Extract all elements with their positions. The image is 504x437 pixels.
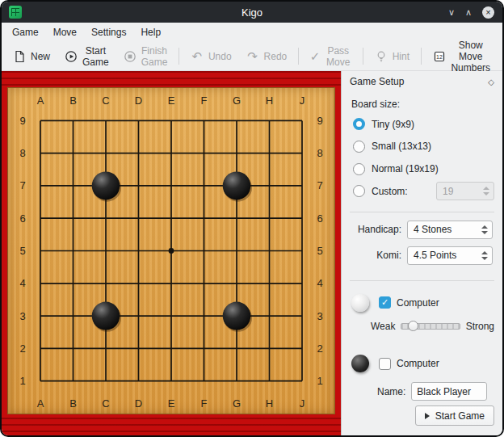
radio-normal[interactable] <box>353 163 365 175</box>
svg-text:7: 7 <box>317 179 322 191</box>
svg-text:6: 6 <box>317 212 322 225</box>
radio-row-small[interactable]: Small (13x13) <box>353 138 494 156</box>
svg-text:12: 12 <box>436 54 443 60</box>
screen: Kigo ∨ ∧ × Game Move Settings Help <box>0 0 504 437</box>
spin-arrows[interactable] <box>481 251 488 260</box>
black-stone-icon <box>351 355 369 372</box>
checkmark-icon: ✓ <box>310 50 321 63</box>
spin-up-icon[interactable] <box>481 225 488 229</box>
svg-text:E: E <box>168 397 175 410</box>
black-player-name-input[interactable] <box>411 382 487 401</box>
start-game-row: Start Game <box>350 401 494 427</box>
strong-label: Strong <box>466 321 494 332</box>
white-computer-checkbox[interactable]: ✓ <box>379 296 391 309</box>
play-circle-icon <box>65 50 78 63</box>
black-name-row: Name: <box>377 382 494 401</box>
svg-text:4: 4 <box>317 277 322 289</box>
svg-text:5: 5 <box>317 245 322 257</box>
svg-text:G: G <box>233 95 241 107</box>
svg-text:E: E <box>168 95 175 107</box>
svg-text:C: C <box>102 397 109 410</box>
menu-move[interactable]: Move <box>46 23 84 41</box>
stop-circle-icon <box>124 50 136 63</box>
svg-text:C: C <box>102 95 109 107</box>
radio-row-normal[interactable]: Normal (19x19) <box>353 160 494 178</box>
close-button[interactable]: × <box>482 6 494 19</box>
white-player-row: ✓ Computer <box>351 292 494 313</box>
name-label: Name: <box>377 386 405 397</box>
svg-text:F: F <box>201 397 208 410</box>
move-numbers-icon: 12 <box>433 50 446 63</box>
new-document-icon <box>13 50 26 63</box>
maximize-button[interactable]: ∧ <box>465 2 472 23</box>
radio-tiny[interactable] <box>353 118 365 130</box>
svg-text:2: 2 <box>19 342 25 355</box>
redo-button[interactable]: ↷ Redo <box>240 46 294 67</box>
titlebar[interactable]: Kigo ∨ ∧ × <box>2 2 502 23</box>
svg-text:1: 1 <box>19 375 25 387</box>
komi-label: Komi: <box>376 250 401 261</box>
menu-settings[interactable]: Settings <box>84 23 133 41</box>
svg-text:9: 9 <box>19 115 25 127</box>
svg-text:H: H <box>266 397 273 410</box>
spin-arrows[interactable] <box>483 187 489 195</box>
spin-down-icon[interactable] <box>481 257 488 260</box>
menu-game[interactable]: Game <box>5 23 46 41</box>
panel-header: Game Setup ◇ <box>342 71 502 92</box>
svg-text:4: 4 <box>19 277 25 289</box>
svg-text:1: 1 <box>317 375 322 387</box>
go-board-grid[interactable]: AABBCCDDEEFFGGHHJJ998877665544332211 <box>8 88 334 414</box>
spin-arrows[interactable] <box>481 225 488 234</box>
divider <box>350 280 494 281</box>
start-game-button[interactable]: Start Game <box>415 405 494 426</box>
radio-custom[interactable] <box>353 185 365 197</box>
svg-text:7: 7 <box>19 179 25 191</box>
window-title: Kigo <box>2 6 502 19</box>
white-stone-icon <box>351 294 369 312</box>
svg-text:A: A <box>37 397 44 410</box>
radio-row-tiny[interactable]: Tiny (9x9) <box>353 116 494 133</box>
handicap-spinbox[interactable]: 4 Stones <box>407 221 493 239</box>
hint-button[interactable]: Hint <box>368 46 416 67</box>
svg-text:F: F <box>201 95 208 107</box>
radio-custom-label: Custom: <box>372 186 408 197</box>
spin-down-icon[interactable] <box>483 192 489 195</box>
toolbar-separator <box>178 48 179 65</box>
lightbulb-icon <box>375 50 388 63</box>
svg-text:B: B <box>69 95 77 107</box>
white-strength-row: Weak Strong <box>371 321 494 332</box>
kigo-window: Kigo ∨ ∧ × Game Move Settings Help <box>0 0 504 437</box>
radio-row-custom[interactable]: Custom: 19 <box>353 183 494 200</box>
strength-slider[interactable] <box>401 323 460 330</box>
float-panel-icon[interactable]: ◇ <box>488 78 494 86</box>
play-icon <box>425 413 430 419</box>
radio-small[interactable] <box>353 141 365 153</box>
minimize-button[interactable]: ∨ <box>448 2 455 23</box>
radio-tiny-label: Tiny (9x9) <box>372 119 414 130</box>
handicap-row: Handicap: 4 Stones <box>350 221 493 239</box>
svg-text:5: 5 <box>19 245 25 257</box>
custom-size-spinbox[interactable]: 19 <box>436 182 494 200</box>
black-computer-checkbox[interactable]: ✓ <box>379 358 391 370</box>
radio-small-label: Small (13x13) <box>372 141 431 152</box>
board-size-label: Board size: <box>351 99 494 110</box>
slider-handle[interactable] <box>408 321 418 331</box>
new-button[interactable]: New <box>6 46 57 67</box>
finish-game-button[interactable]: Finish Game <box>117 41 174 72</box>
komi-spinbox[interactable]: 4.5 Points <box>407 246 493 265</box>
spin-up-icon[interactable] <box>483 187 489 190</box>
toolbar-separator <box>363 48 363 65</box>
go-board[interactable]: AABBCCDDEEFFGGHHJJ998877665544332211 <box>7 87 335 414</box>
start-game-toolbar-button[interactable]: Start Game <box>58 41 116 72</box>
toolbar-separator <box>298 48 299 65</box>
undo-button[interactable]: ↶ Undo <box>184 46 238 67</box>
svg-text:A: A <box>37 95 44 107</box>
white-computer-label: Computer <box>397 297 439 309</box>
spin-up-icon[interactable] <box>481 251 488 254</box>
undo-arrow-icon: ↶ <box>191 50 204 63</box>
menu-help[interactable]: Help <box>133 23 168 41</box>
svg-text:3: 3 <box>317 310 322 322</box>
spin-down-icon[interactable] <box>481 231 488 234</box>
redo-arrow-icon: ↷ <box>246 50 259 63</box>
pass-move-button[interactable]: ✓ Pass Move <box>304 41 358 72</box>
